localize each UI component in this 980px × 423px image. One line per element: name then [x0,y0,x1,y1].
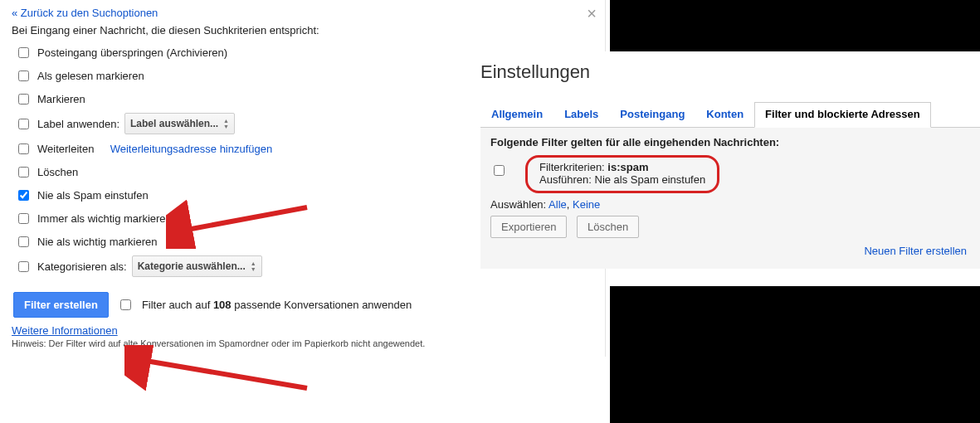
always-important-label: Immer als wichtig markieren [37,212,172,225]
star-checkbox[interactable] [18,94,29,105]
never-important-label: Nie als wichtig markieren [37,236,158,248]
filter-row-checkbox[interactable] [494,165,505,176]
apply-label-label: Label anwenden: [37,118,119,130]
svg-line-1 [141,360,307,388]
filter-action-label: Ausführen: [539,173,595,186]
export-button[interactable]: Exportieren [490,216,567,238]
label-select-value: Label auswählen... [130,118,218,129]
tab-general[interactable]: Allgemein [480,102,553,128]
tab-labels[interactable]: Labels [553,102,609,128]
filter-row: Filterkriterien: is:spam Ausführen: Nie … [490,155,970,193]
hint-text: Hinweis: Der Filter wird auf alte Konver… [12,338,593,348]
settings-title: Einstellungen [480,61,980,83]
more-info-link[interactable]: Weitere Informationen [12,324,118,337]
tab-accounts[interactable]: Konten [695,102,754,128]
filters-heading: Folgende Filter gelten für alle eingehen… [490,136,779,148]
never-spam-label: Nie als Spam einstufen [37,189,149,202]
redaction-block [610,286,980,423]
apply-label-checkbox[interactable] [18,119,29,129]
categorize-checkbox[interactable] [18,261,29,272]
star-label: Markieren [37,93,85,105]
dialog-intro-text: Bei Eingang einer Nachricht, die diesen … [12,24,593,36]
never-spam-checkbox[interactable] [18,190,29,201]
also-apply-label: Filter auch auf 108 passende Konversatio… [142,299,412,311]
select-arrows-icon: ▲▼ [223,118,229,129]
redaction-block [610,0,980,51]
select-label: Auswählen: [490,198,549,211]
back-to-search-options-link[interactable]: « Zurück zu den Suchoptionen [12,7,158,19]
new-filter-link[interactable]: Neuen Filter erstellen [864,245,967,257]
forward-checkbox[interactable] [18,143,29,154]
label-select[interactable]: Label auswählen... ▲▼ [124,113,235,134]
select-arrows-icon: ▲▼ [251,260,256,272]
filter-criteria-label: Filterkriterien: [539,161,607,173]
filters-panel-body: Folgende Filter gelten für alle eingehen… [480,128,980,269]
delete-checkbox[interactable] [18,167,29,177]
comma-separator: , [567,198,573,211]
tab-filters[interactable]: Filter und blockierte Adressen [754,102,931,128]
forward-label: Weiterleiten [37,143,94,155]
delete-filters-button[interactable]: Löschen [577,216,639,238]
skip-inbox-checkbox[interactable] [18,47,29,58]
always-important-checkbox[interactable] [18,213,29,224]
category-select[interactable]: Kategorie auswählen... ▲▼ [132,255,262,277]
filter-action-value: Nie als Spam einstufen [595,173,706,186]
add-forward-address-link[interactable]: Weiterleitungsadresse hinzufügen [110,143,273,155]
annotation-highlight-box: Filterkriterien: is:spam Ausführen: Nie … [525,155,719,193]
category-select-value: Kategorie auswählen... [138,260,246,272]
settings-tabs: Allgemein Labels Posteingang Konten Filt… [480,101,980,128]
skip-inbox-label: Posteingang überspringen (Archivieren) [37,46,227,59]
create-filter-button[interactable]: Filter erstellen [13,292,109,318]
also-apply-prefix: Filter auch auf [142,299,213,311]
tab-inbox[interactable]: Posteingang [609,102,695,128]
also-apply-count: 108 [213,299,232,311]
select-none-link[interactable]: Keine [573,198,600,211]
mark-read-label: Als gelesen markieren [37,70,144,82]
delete-label: Löschen [37,166,78,178]
also-apply-suffix: passende Konversationen anwenden [232,299,412,311]
also-apply-checkbox[interactable] [120,299,131,310]
never-important-checkbox[interactable] [18,236,29,247]
categorize-label: Kategorisieren als: [37,260,127,273]
close-icon[interactable]: × [587,5,597,22]
mark-read-checkbox[interactable] [18,70,29,81]
settings-panel: Einstellungen Allgemein Labels Posteinga… [469,51,980,269]
filter-criteria-value: is:spam [607,161,648,173]
select-all-link[interactable]: Alle [549,198,567,211]
